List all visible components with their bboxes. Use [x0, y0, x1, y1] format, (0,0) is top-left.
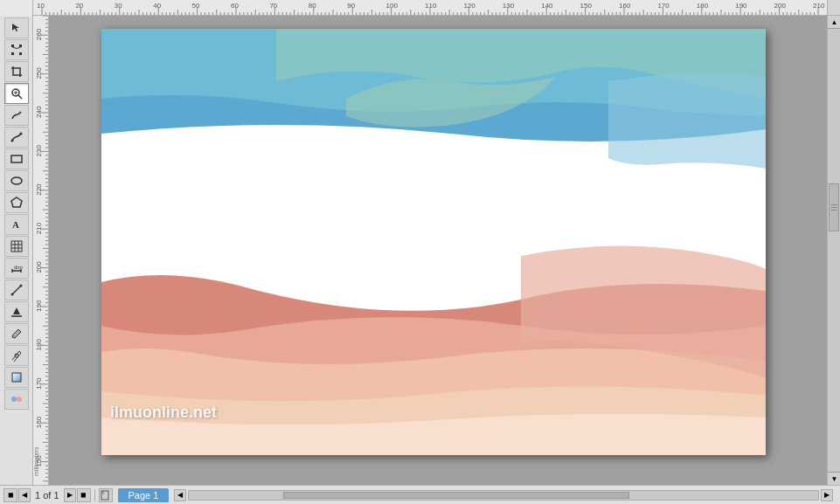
toolbar: A dim — [0, 16, 33, 485]
watermark-text: ilmuonline.net — [110, 404, 217, 422]
eyedropper-tool[interactable] — [4, 323, 29, 344]
nav-doc-end-btn[interactable]: ◼ — [77, 488, 91, 502]
blend-tool[interactable] — [4, 389, 29, 410]
svg-rect-26 — [11, 315, 22, 317]
polygon-tool[interactable] — [4, 192, 29, 213]
v-ruler-canvas — [33, 16, 49, 485]
pointer-tool[interactable] — [4, 17, 29, 38]
fill-tool[interactable] — [4, 301, 29, 322]
svg-rect-29 — [12, 373, 21, 382]
page-indicator: 1 of 1 — [31, 490, 63, 501]
h-scroll-left-btn[interactable]: ◀ — [174, 489, 186, 501]
svg-marker-12 — [11, 197, 22, 207]
page-tab[interactable]: Page 1 — [118, 488, 170, 502]
ellipse-tool[interactable] — [4, 170, 29, 191]
svg-rect-10 — [11, 155, 22, 162]
freehand-tool[interactable] — [4, 105, 29, 126]
scroll-up-btn[interactable]: ▲ — [828, 16, 840, 29]
interactive-fill-tool[interactable] — [4, 367, 29, 388]
h-scroll-right-btn[interactable]: ▶ — [821, 489, 833, 501]
smart-draw-tool[interactable] — [4, 127, 29, 148]
outline-tool[interactable] — [4, 345, 29, 366]
scroll-thumb[interactable] — [829, 183, 839, 231]
svg-point-24 — [10, 293, 13, 296]
vertical-ruler — [33, 16, 49, 485]
h-scroll-area: ◀ ▶ — [174, 489, 833, 501]
svg-text:dim: dim — [14, 265, 23, 270]
nav-next-btn[interactable]: ▶ — [64, 488, 76, 502]
h-scroll-thumb[interactable] — [283, 492, 629, 499]
rectangle-tool[interactable] — [4, 148, 29, 169]
svg-rect-0 — [11, 45, 14, 47]
status-divider-1 — [94, 489, 95, 501]
export-btn[interactable] — [99, 488, 113, 502]
h-ruler-canvas — [33, 0, 827, 15]
horizontal-ruler — [33, 0, 827, 15]
export-icon — [101, 490, 111, 501]
svg-rect-1 — [19, 45, 22, 47]
artwork-svg — [101, 29, 766, 455]
connector-tool[interactable] — [4, 280, 29, 300]
svg-rect-32 — [101, 491, 108, 500]
h-scroll-track[interactable] — [188, 490, 819, 501]
grip-line — [831, 210, 837, 211]
scroll-track[interactable] — [828, 29, 840, 472]
svg-point-11 — [11, 177, 22, 184]
ruler-scroll-corner — [827, 0, 840, 15]
svg-point-8 — [10, 140, 13, 142]
nav-doc-begin-btn[interactable]: ◼ — [3, 488, 17, 502]
text-tool[interactable]: A — [4, 214, 29, 235]
grip-line — [831, 207, 837, 208]
svg-point-9 — [19, 133, 22, 135]
zoom-tool[interactable] — [4, 83, 29, 104]
canvas-area[interactable]: ilmuonline.net — [49, 16, 827, 485]
page-navigation: ◼ ◀ 1 of 1 ▶ ◼ — [3, 488, 91, 502]
document-page: ilmuonline.net — [101, 29, 766, 455]
scroll-down-btn[interactable]: ▼ — [828, 472, 840, 485]
table-tool[interactable] — [4, 236, 29, 257]
node-edit-tool[interactable] — [4, 39, 29, 60]
dimension-tool[interactable]: dim — [4, 258, 29, 279]
svg-line-23 — [12, 286, 21, 294]
svg-point-30 — [11, 397, 17, 402]
svg-line-5 — [18, 95, 22, 99]
svg-text:A: A — [12, 219, 19, 230]
svg-rect-3 — [19, 52, 22, 55]
grip-line — [831, 204, 837, 205]
nav-prev-btn[interactable]: ◀ — [18, 488, 31, 502]
status-bar: ◼ ◀ 1 of 1 ▶ ◼ Page 1 ◀ ▶ — [0, 485, 840, 504]
svg-point-25 — [19, 285, 22, 287]
crop-tool[interactable] — [4, 61, 29, 82]
svg-rect-14 — [11, 241, 22, 252]
ruler-corner — [0, 0, 33, 16]
svg-rect-2 — [11, 52, 14, 55]
svg-point-31 — [17, 397, 22, 402]
vertical-scrollbar[interactable]: ▲ ▼ — [827, 16, 840, 485]
